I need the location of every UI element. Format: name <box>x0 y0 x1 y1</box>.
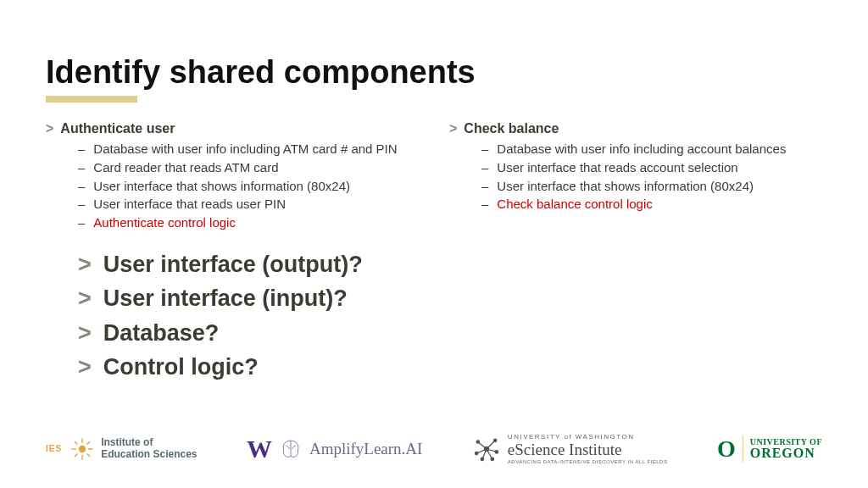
dash-icon: – <box>481 140 488 158</box>
ies-logo: IES Institute of Education Sciences <box>46 437 198 461</box>
ies-label: IES <box>46 444 62 453</box>
svg-line-6 <box>87 453 91 457</box>
chevron-icon: > <box>78 247 92 282</box>
left-column: > Authenticate user –Database with user … <box>46 121 419 232</box>
ies-text: Institute of Education Sciences <box>101 437 197 459</box>
list-item: –Database with user info including accou… <box>449 140 822 158</box>
chevron-icon: > <box>449 121 457 136</box>
shared-question: >Control logic? <box>78 350 822 385</box>
dash-icon: – <box>481 158 488 177</box>
list-item-text: User interface that shows information (8… <box>497 177 754 196</box>
chevron-icon: > <box>78 316 92 351</box>
escience-main: eScience Institute <box>508 441 668 459</box>
escience-text: UNIVERSITY of WASHINGTON eScience Instit… <box>508 433 668 464</box>
footer-logos: IES Institute of Education Sciences W Am… <box>46 433 822 464</box>
amplify-text: AmplifyLearn.AI <box>309 440 422 458</box>
list-item: –User interface that reads user PIN <box>46 195 419 214</box>
network-icon <box>472 435 501 463</box>
left-heading-row: > Authenticate user <box>46 121 419 136</box>
dash-icon: – <box>78 140 85 158</box>
list-item-text: Authenticate control logic <box>93 214 236 232</box>
right-column: > Check balance –Database with user info… <box>449 121 822 232</box>
list-item: –Card reader that reads ATM card <box>46 158 419 177</box>
svg-line-17 <box>487 440 495 448</box>
dash-icon: – <box>78 177 85 196</box>
list-item-text: Database with user info including accoun… <box>497 140 786 158</box>
list-item-text: Database with user info including ATM ca… <box>93 140 397 158</box>
svg-line-7 <box>87 441 91 444</box>
left-items: –Database with user info including ATM c… <box>46 140 419 232</box>
shared-question: >User interface (input)? <box>78 281 822 316</box>
chevron-icon: > <box>78 350 92 385</box>
shared-question-text: Database? <box>103 316 220 351</box>
escience-sub: ADVANCING DATA-INTENSIVE DISCOVERY IN AL… <box>508 459 668 464</box>
uo-divider <box>743 436 743 462</box>
list-item: –Database with user info including ATM c… <box>46 140 419 158</box>
list-item-text: User interface that reads account select… <box>497 158 737 177</box>
page-title: Identify shared components <box>46 54 822 91</box>
slide: Identify shared components > Authenticat… <box>0 0 868 385</box>
uo-line1: UNIVERSITY OF <box>750 438 822 446</box>
list-item-text: Card reader that reads ATM card <box>93 158 278 177</box>
dash-icon: – <box>481 177 488 196</box>
chevron-icon: > <box>46 121 53 136</box>
title-underline <box>46 96 137 103</box>
svg-point-0 <box>80 446 86 452</box>
dash-icon: – <box>78 158 85 177</box>
shared-question-text: User interface (output)? <box>103 247 363 282</box>
sun-icon <box>70 437 94 461</box>
brain-icon <box>279 438 303 460</box>
dash-icon: – <box>78 195 85 214</box>
right-items: –Database with user info including accou… <box>449 140 822 214</box>
list-item-text: User interface that reads user PIN <box>93 195 286 214</box>
list-item: –User interface that shows information (… <box>449 177 822 196</box>
amplify-logo: W AmplifyLearn.AI <box>247 435 422 463</box>
right-heading: Check balance <box>464 121 559 136</box>
dash-icon: – <box>78 214 85 232</box>
list-item: –User interface that reads account selec… <box>449 158 822 177</box>
shared-question-text: Control logic? <box>103 350 259 385</box>
uo-text: UNIVERSITY OF OREGON <box>750 438 822 460</box>
left-heading: Authenticate user <box>60 121 175 136</box>
right-heading-row: > Check balance <box>449 121 822 136</box>
list-item-text: User interface that shows information (8… <box>93 177 350 196</box>
columns: > Authenticate user –Database with user … <box>46 121 822 232</box>
shared-question: >User interface (output)? <box>78 247 822 282</box>
chevron-icon: > <box>78 281 92 316</box>
uo-o-icon: O <box>717 435 736 463</box>
shared-question: >Database? <box>78 316 822 351</box>
list-item: –User interface that shows information (… <box>46 177 419 196</box>
uo-logo: O UNIVERSITY OF OREGON <box>717 435 822 463</box>
list-item: –Check balance control logic <box>449 195 822 214</box>
shared-question-text: User interface (input)? <box>103 281 348 316</box>
ies-line1: Institute of <box>101 437 197 448</box>
ies-line2: Education Sciences <box>101 449 197 460</box>
uo-line2: OREGON <box>750 446 822 460</box>
svg-line-8 <box>75 453 78 457</box>
dash-icon: – <box>481 195 488 214</box>
uw-w-icon: W <box>247 435 272 463</box>
list-item: –Authenticate control logic <box>46 214 419 232</box>
svg-line-16 <box>478 441 487 449</box>
shared-questions: >User interface (output)?>User interface… <box>46 247 822 385</box>
escience-top: UNIVERSITY of WASHINGTON <box>508 433 668 441</box>
list-item-text: Check balance control logic <box>497 195 652 214</box>
escience-logo: UNIVERSITY of WASHINGTON eScience Instit… <box>472 433 668 464</box>
svg-line-5 <box>75 441 78 444</box>
